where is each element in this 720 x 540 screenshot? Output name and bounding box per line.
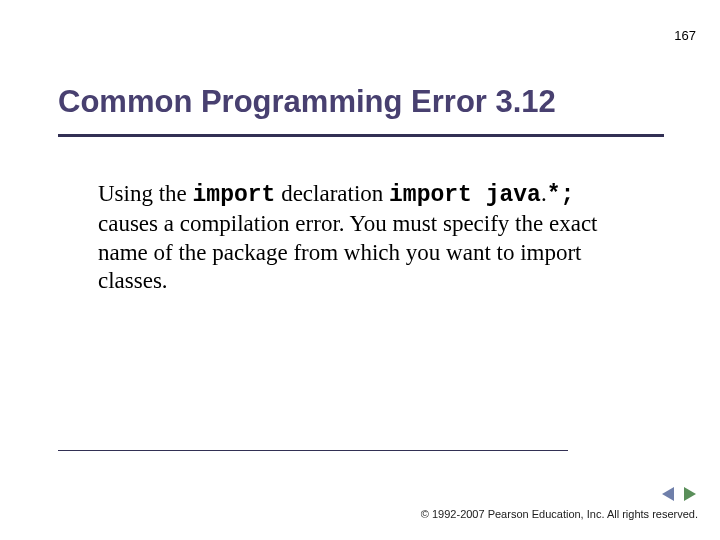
prev-button[interactable] bbox=[660, 486, 676, 502]
triangle-right-icon bbox=[682, 486, 698, 502]
body-pre1: Using the bbox=[98, 181, 193, 206]
page-number: 167 bbox=[674, 28, 696, 43]
svg-marker-1 bbox=[684, 487, 696, 501]
body-post: causes a compilation error. You must spe… bbox=[98, 211, 598, 294]
code-import-java: import java bbox=[389, 182, 541, 208]
code-star: *; bbox=[547, 182, 575, 208]
body-mid1: declaration bbox=[275, 181, 389, 206]
nav-controls bbox=[660, 486, 698, 502]
next-button[interactable] bbox=[682, 486, 698, 502]
copyright-text: © 1992-2007 Pearson Education, Inc. All … bbox=[421, 508, 698, 520]
code-import-keyword: import bbox=[193, 182, 276, 208]
body-text: Using the import declaration import java… bbox=[98, 180, 628, 296]
slide-title: Common Programming Error 3.12 bbox=[58, 84, 556, 120]
footer-rule bbox=[58, 450, 568, 451]
triangle-left-icon bbox=[660, 486, 676, 502]
svg-marker-0 bbox=[662, 487, 674, 501]
title-underline bbox=[58, 134, 664, 137]
